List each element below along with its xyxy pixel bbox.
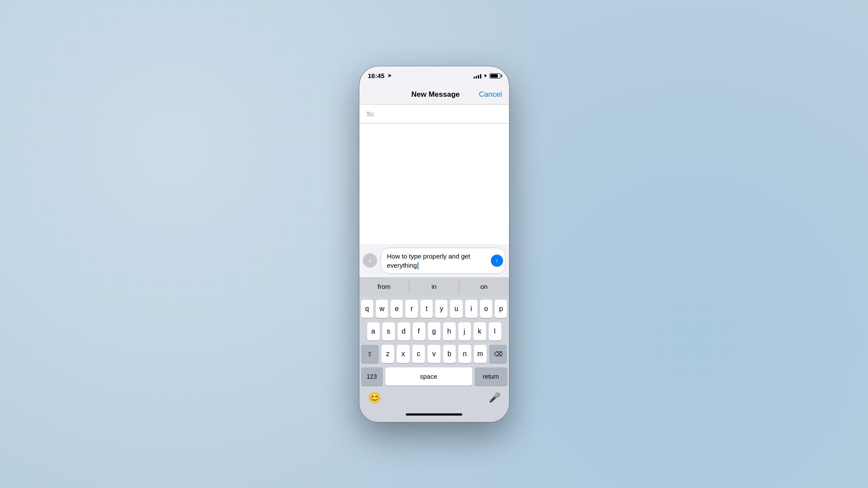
- emoji-mic-row: 😊 🎤: [361, 389, 507, 406]
- key-a[interactable]: a: [367, 322, 380, 341]
- cancel-button[interactable]: Cancel: [479, 90, 502, 99]
- send-button[interactable]: ↑: [491, 255, 503, 267]
- mic-button[interactable]: 🎤: [489, 392, 500, 403]
- key-s[interactable]: s: [382, 322, 395, 341]
- message-body: [359, 124, 509, 244]
- key-y[interactable]: y: [435, 300, 447, 318]
- home-indicator: [359, 407, 509, 422]
- keyboard-row-1: q w e r t y u i o p: [361, 300, 507, 318]
- nav-bar: New Message Cancel: [359, 85, 509, 105]
- to-field[interactable]: To:: [359, 105, 509, 124]
- to-label: To:: [366, 110, 375, 118]
- phone-frame: 16:45 ➤ ▾ New Message Cancel To:: [359, 66, 509, 422]
- key-q[interactable]: q: [361, 300, 373, 318]
- key-f[interactable]: f: [413, 322, 425, 341]
- keyboard-row-bottom: 123 space return: [361, 367, 507, 386]
- key-c[interactable]: c: [412, 345, 425, 363]
- chevron-right-icon: ›: [369, 257, 371, 264]
- key-x[interactable]: x: [397, 345, 409, 363]
- signal-icon: [473, 73, 481, 79]
- numbers-key[interactable]: 123: [361, 367, 383, 386]
- autocomplete-item-from[interactable]: from: [359, 277, 409, 296]
- key-z[interactable]: z: [381, 345, 394, 363]
- time-display: 16:45: [368, 72, 385, 79]
- expand-button[interactable]: ›: [363, 253, 377, 268]
- key-o[interactable]: o: [480, 300, 492, 318]
- key-v[interactable]: v: [427, 345, 440, 363]
- key-e[interactable]: e: [391, 300, 403, 318]
- key-b[interactable]: b: [443, 345, 456, 363]
- key-m[interactable]: m: [474, 345, 487, 363]
- home-bar: [406, 413, 462, 416]
- key-k[interactable]: k: [473, 322, 486, 341]
- key-p[interactable]: p: [495, 300, 507, 318]
- key-g[interactable]: g: [428, 322, 441, 341]
- keyboard: q w e r t y u i o p a s d f g h j k: [359, 296, 509, 407]
- keyboard-row-2: a s d f g h j k l: [361, 322, 507, 341]
- wifi-icon: ▾: [484, 72, 487, 79]
- status-icons: ▾: [473, 72, 500, 79]
- autocomplete-item-in[interactable]: in: [409, 277, 459, 296]
- location-arrow-icon: ➤: [388, 73, 391, 79]
- shift-key[interactable]: ⇧: [361, 345, 379, 363]
- keyboard-row-3: ⇧ z x c v b n m ⌫: [361, 345, 507, 363]
- send-icon: ↑: [495, 258, 498, 264]
- key-n[interactable]: n: [458, 345, 471, 363]
- key-j[interactable]: j: [458, 322, 471, 341]
- return-key[interactable]: return: [475, 367, 507, 386]
- text-cursor: [418, 262, 418, 269]
- key-t[interactable]: t: [421, 300, 433, 318]
- battery-icon: [490, 73, 500, 79]
- key-h[interactable]: h: [443, 322, 456, 341]
- message-input-text: How to type properly and get everything: [387, 252, 490, 270]
- key-l[interactable]: l: [489, 322, 501, 341]
- emoji-button[interactable]: 😊: [368, 392, 381, 404]
- status-bar: 16:45 ➤ ▾: [359, 66, 509, 85]
- main-content: New Message Cancel To: › How to type pro…: [359, 85, 509, 422]
- key-i[interactable]: i: [465, 300, 477, 318]
- autocomplete-item-on[interactable]: on: [459, 277, 509, 296]
- key-d[interactable]: d: [398, 322, 410, 341]
- status-time: 16:45 ➤: [368, 72, 391, 79]
- space-key[interactable]: space: [385, 367, 472, 386]
- key-w[interactable]: w: [376, 300, 388, 318]
- message-input-container[interactable]: How to type properly and get everything …: [381, 248, 506, 274]
- key-u[interactable]: u: [450, 300, 462, 318]
- input-row: › How to type properly and get everythin…: [359, 244, 509, 277]
- key-r[interactable]: r: [405, 300, 418, 318]
- autocomplete-bar: from in on: [359, 277, 509, 296]
- to-input[interactable]: [378, 110, 502, 118]
- nav-title: New Message: [411, 90, 460, 99]
- delete-key[interactable]: ⌫: [489, 345, 507, 363]
